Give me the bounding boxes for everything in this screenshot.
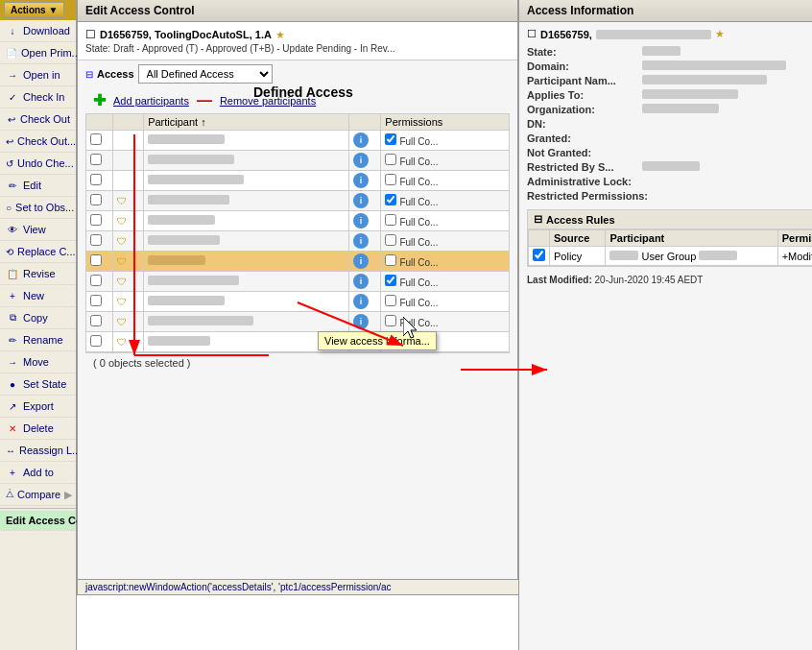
info-button[interactable]: i: [353, 153, 369, 168]
participant-field: Participant Nam...: [527, 75, 812, 86]
row-checkbox[interactable]: [90, 295, 102, 306]
sidebar-item-undo-check[interactable]: ↺ Undo Che...: [0, 153, 76, 175]
sidebar-item-check-out[interactable]: ↩ Check Out: [0, 108, 76, 131]
info-button[interactable]: i: [353, 294, 369, 309]
sidebar-item-edit-access[interactable]: Edit Access Control: [0, 511, 76, 531]
rules-row: Policy User Group +Modify +Cre...: [529, 247, 813, 266]
admin-lock-field: Administrative Lock:: [527, 176, 812, 187]
add-participants-button[interactable]: ✚: [93, 91, 106, 109]
access-toggle[interactable]: ⊟: [85, 69, 93, 80]
shield-icon: 🛡: [117, 196, 127, 206]
full-co-checkbox[interactable]: [385, 234, 396, 246]
export-icon: ↗: [6, 399, 19, 413]
tooltip: View access informa...: [318, 331, 437, 350]
row-checkbox[interactable]: [90, 214, 102, 226]
sidebar-item-export[interactable]: ↗ Export: [0, 396, 76, 418]
full-co-checkbox[interactable]: [385, 174, 396, 185]
col-participant[interactable]: Participant ↑: [144, 114, 349, 131]
col-participant: Participant: [606, 230, 777, 247]
row-checkbox[interactable]: [90, 154, 102, 165]
sidebar-item-set-state[interactable]: ● Set State: [0, 373, 76, 396]
sidebar-item-check-out2[interactable]: ↩ Check Out...: [0, 131, 76, 153]
col-permissions: Permissions: [777, 230, 812, 247]
sidebar-item-download[interactable]: ↓ Download: [0, 20, 76, 42]
doc-state: State: Draft - Approved (T) - Approved (…: [85, 43, 510, 54]
info-button[interactable]: i: [353, 253, 369, 269]
rules-participant-group-blur: [699, 251, 737, 260]
sidebar-item-check-in[interactable]: ✓ Check In: [0, 86, 76, 108]
org-label: Organization:: [527, 104, 642, 115]
sidebar-item-open-in[interactable]: → Open in: [0, 64, 76, 86]
sidebar-item-move[interactable]: → Move: [0, 351, 76, 373]
row-checkbox[interactable]: [90, 234, 102, 246]
info-button[interactable]: i: [353, 274, 369, 289]
info-doc-name: [596, 30, 711, 39]
info-button[interactable]: i: [353, 173, 369, 188]
row-checkbox[interactable]: [90, 194, 102, 205]
info-button[interactable]: i: [353, 213, 369, 229]
full-co-label: Full Co...: [399, 257, 438, 268]
access-rules-table: Source Participant Permissions Policy Us…: [528, 229, 812, 266]
info-content: ☐ D1656759, ★ State: Domain: Participant: [519, 22, 812, 291]
access-dropdown[interactable]: All Defined Access Defined Access Custom: [138, 64, 273, 84]
sidebar-item-delete[interactable]: ✕ Delete: [0, 418, 76, 440]
add-participants-label[interactable]: Add participants: [113, 95, 189, 107]
row-checkbox[interactable]: [90, 315, 102, 326]
sidebar-item-view[interactable]: 👁 View: [0, 219, 76, 241]
set-to-obs-icon: ○: [6, 201, 12, 214]
full-co-checkbox[interactable]: [385, 295, 396, 306]
revise-icon: 📋: [6, 267, 19, 280]
row-checkbox[interactable]: [90, 275, 102, 286]
sidebar-item-edit[interactable]: ✏ Edit: [0, 175, 76, 197]
row-checkbox[interactable]: [90, 133, 102, 145]
table-row: 🛡 i Full Co...: [86, 292, 510, 312]
row-participant-cell: [144, 131, 349, 151]
table-row: i Full Co...: [86, 151, 510, 171]
full-co-checkbox[interactable]: [385, 275, 396, 286]
sidebar-item-copy[interactable]: ⧉ Copy: [0, 307, 76, 329]
restricted-by-field: Restricted By S...: [527, 161, 812, 173]
remove-participants-button[interactable]: —: [197, 92, 212, 109]
full-co-checkbox[interactable]: [385, 315, 396, 326]
sidebar-item-replace-c[interactable]: ⟲ Replace C...: [0, 241, 76, 263]
sidebar-item-set-to-obs[interactable]: ○ Set to Obs...: [0, 197, 76, 219]
sidebar-item-rename[interactable]: ✏ Rename: [0, 329, 76, 351]
info-doc-icon: ☐: [527, 28, 537, 40]
full-co-checkbox[interactable]: [385, 154, 396, 165]
participant-name: [148, 215, 215, 225]
sidebar-item-new[interactable]: + New: [0, 285, 76, 307]
sidebar-item-reassign[interactable]: ↔ Reassign L...: [0, 440, 76, 462]
row-check-cell: [86, 131, 113, 151]
full-co-checkbox[interactable]: [385, 133, 396, 145]
info-button[interactable]: i: [353, 314, 369, 329]
remove-participants-label[interactable]: Remove participants: [220, 95, 316, 107]
col-info: [348, 114, 380, 131]
sidebar-item-revise[interactable]: 📋 Revise: [0, 263, 76, 285]
info-button[interactable]: i: [353, 193, 369, 208]
dn-field: DN:: [527, 118, 812, 130]
table-row: 🛡 i Full Co...: [86, 191, 510, 211]
access-rules-title: Access Rules: [546, 214, 615, 226]
full-co-checkbox[interactable]: [385, 254, 396, 266]
rules-row-checkbox[interactable]: [533, 249, 545, 261]
domain-label: Domain:: [527, 60, 642, 72]
status-bar: javascript:newWindowAction('accessDetail…: [78, 579, 519, 594]
row-checkbox[interactable]: [90, 254, 102, 266]
sidebar-item-open-primary[interactable]: 📄 Open Prim...: [0, 42, 76, 64]
last-modified-row: Last Modified: 20-Jun-2020 19:45 AEDT: [527, 275, 812, 285]
participants-toolbar: ✚ Add participants — Remove participants: [85, 87, 510, 113]
actions-button[interactable]: Actions ▼: [4, 2, 64, 18]
full-co-checkbox[interactable]: [385, 194, 396, 205]
info-button[interactable]: i: [353, 233, 369, 249]
sidebar-item-add-to[interactable]: + Add to: [0, 462, 76, 484]
row-checkbox[interactable]: [90, 335, 102, 347]
sidebar-item-compare[interactable]: ⧊ Compare ▶: [0, 484, 76, 506]
org-field: Organization:: [527, 104, 812, 115]
participant-name: [148, 276, 239, 285]
restricted-by-label: Restricted By S...: [527, 161, 642, 173]
row-checkbox[interactable]: [90, 174, 102, 185]
copy-icon: ⧉: [6, 311, 19, 325]
full-co-checkbox[interactable]: [385, 214, 396, 226]
info-button[interactable]: i: [353, 132, 369, 148]
sidebar-top: Actions ▼: [0, 0, 76, 20]
